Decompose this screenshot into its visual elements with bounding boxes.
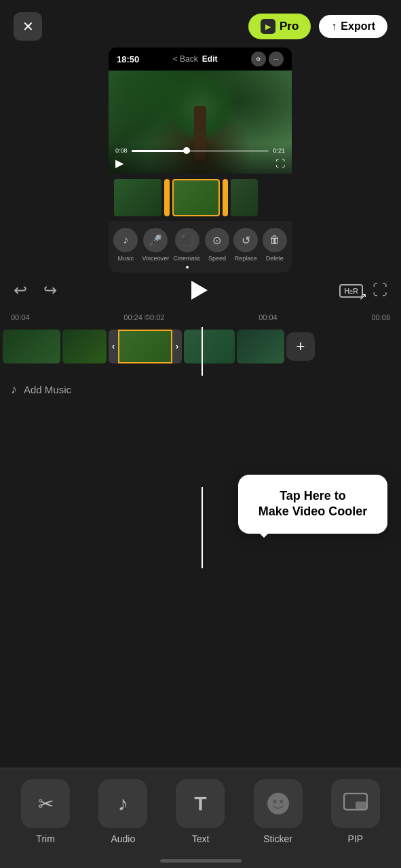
ruler-time-3: 00:08: [371, 313, 390, 321]
phone-tool-cinematic[interactable]: ⬛ Cinematic: [174, 228, 201, 269]
clip-handle-left[interactable]: [164, 179, 170, 216]
phone-clip-1[interactable]: [114, 179, 161, 216]
pro-icon: ▶: [261, 19, 275, 34]
ruler-time-1: 00:24 ©0:02: [123, 313, 164, 321]
audio-tool[interactable]: ♪ Audio: [89, 779, 157, 844]
phone-clip-3[interactable]: [231, 179, 258, 216]
tooltip-line2: Make Video Cooler: [259, 505, 368, 518]
redo-button[interactable]: ↪: [43, 281, 57, 300]
delete-tool-label: Delete: [266, 255, 284, 262]
sticker-icon: [266, 791, 290, 816]
speed-tool-label: Speed: [208, 255, 226, 262]
audio-label: Audio: [111, 833, 135, 844]
cinematic-tool-label: Cinematic: [174, 255, 201, 262]
export-button[interactable]: ↑ Export: [319, 15, 387, 38]
add-music-row[interactable]: ♪ Add Music: [0, 376, 401, 403]
play-icon: [191, 281, 208, 300]
clip-marker-left[interactable]: ‹: [109, 330, 118, 363]
export-icon: ↑: [331, 20, 337, 33]
phone-tool-delete[interactable]: 🗑 Delete: [263, 228, 287, 269]
trim-icon-container: ✂: [21, 779, 70, 828]
pro-label: Pro: [280, 20, 299, 33]
phone-tool-music[interactable]: ♪ Music: [113, 228, 138, 269]
phone-time: 18:50: [117, 54, 139, 64]
delete-tool-icon: 🗑: [263, 228, 287, 252]
timeline-ruler: 00:04 00:24 ©0:02 00:04 00:08: [0, 308, 401, 327]
timeline-tracks: ‹ › +: [0, 327, 401, 376]
cinematic-active-indicator: [186, 266, 189, 269]
progress-start-time: 0:08: [115, 147, 128, 154]
replace-tool-label: Replace: [235, 255, 257, 262]
svg-point-1: [273, 800, 276, 804]
timeline-clip-4[interactable]: [184, 330, 235, 363]
bottom-toolbar: ✂ Trim ♪ Audio T Text: [0, 768, 401, 868]
clip-marker-right[interactable]: ›: [172, 330, 182, 363]
tooltip-text: Tap Here to Make Video Cooler: [254, 488, 371, 520]
svg-point-0: [267, 793, 289, 814]
undo-redo-group: ↩ ↪: [14, 281, 57, 300]
ruler-times-row: 00:04 00:24 ©0:02 00:04 00:08: [11, 313, 390, 321]
close-button[interactable]: ✕: [14, 12, 42, 41]
text-icon: T: [194, 792, 206, 815]
add-music-label: Add Music: [24, 384, 71, 395]
phone-clip-2[interactable]: [172, 179, 220, 216]
svg-point-2: [280, 800, 283, 804]
music-tool-label: Music: [117, 255, 134, 262]
top-bar: ✕ ▶ Pro ↑ Export: [0, 0, 401, 47]
phone-expand-icon[interactable]: ⛶: [275, 158, 285, 169]
export-label: Export: [341, 20, 375, 33]
timeline-clip-3-selected[interactable]: [118, 330, 172, 363]
clip-handle-right[interactable]: [223, 179, 228, 216]
trim-tool[interactable]: ✂ Trim: [12, 779, 79, 844]
phone-icon-1: ⚙: [251, 52, 266, 66]
phone-tool-replace[interactable]: ↺ Replace: [233, 228, 258, 269]
right-controls: H≥R ↗ ⛶: [339, 281, 387, 299]
replace-tool-icon: ↺: [233, 228, 258, 252]
close-icon: ✕: [22, 18, 34, 35]
audio-icon-container: ♪: [98, 779, 147, 828]
add-clip-button[interactable]: +: [286, 332, 315, 361]
trim-label: Trim: [36, 833, 54, 844]
phone-timeline: [109, 174, 292, 221]
music-icon: ♪: [11, 382, 17, 397]
phone-icon-2: ⋯: [269, 52, 284, 66]
phone-back-button[interactable]: < Back: [173, 54, 198, 64]
bottom-tools-row: ✂ Trim ♪ Audio T Text: [0, 768, 401, 851]
pip-tool[interactable]: PIP: [322, 779, 389, 844]
undo-button[interactable]: ↩: [14, 281, 27, 300]
hdr-control: H≥R ↗: [339, 284, 363, 296]
ruler-time-0: 00:04: [11, 313, 30, 321]
main-playhead-line: [202, 487, 203, 568]
audio-icon: ♪: [118, 792, 128, 815]
progress-thumb: [183, 147, 190, 154]
phone-header: 18:50 < Back Edit ⚙ ⋯: [109, 47, 292, 71]
text-tool[interactable]: T Text: [166, 779, 234, 844]
svg-rect-4: [356, 802, 366, 809]
phone-nav: < Back Edit: [173, 54, 218, 64]
video-preview[interactable]: 0:08 0:21 ▶ ⛶: [109, 71, 292, 174]
phone-tool-voiceover[interactable]: 🎤 Voiceover: [142, 228, 170, 269]
sticker-icon-container: [254, 779, 303, 828]
trim-icon: ✂: [38, 793, 54, 815]
play-button[interactable]: [183, 275, 213, 305]
phone-play-icon[interactable]: ▶: [115, 157, 123, 170]
playhead-line: [202, 327, 203, 376]
cinematic-tool-icon: ⬛: [175, 228, 199, 252]
timeline-clip-5[interactable]: [237, 330, 284, 363]
pro-button[interactable]: ▶ Pro: [248, 14, 311, 39]
timeline-clip-2[interactable]: [62, 330, 107, 363]
phone-toolbar: ♪ Music 🎤 Voiceover ⬛ Cinematic ⊙: [109, 221, 292, 273]
pip-icon: [343, 793, 368, 814]
timeline-clip-1[interactable]: [3, 330, 60, 363]
voiceover-tool-icon: 🎤: [143, 228, 168, 252]
progress-track[interactable]: [132, 150, 269, 152]
progress-end-time: 0:21: [273, 147, 285, 154]
phone-tool-speed[interactable]: ⊙ Speed: [205, 228, 229, 269]
ruler-time-2: 00:04: [259, 313, 278, 321]
progress-fill: [132, 150, 187, 152]
sticker-label: Sticker: [263, 833, 292, 844]
fullscreen-button[interactable]: ⛶: [373, 281, 387, 299]
video-progress-bar: 0:08 0:21 ▶ ⛶: [109, 143, 292, 174]
music-tool-icon: ♪: [113, 228, 138, 252]
sticker-tool[interactable]: Sticker: [244, 779, 312, 844]
